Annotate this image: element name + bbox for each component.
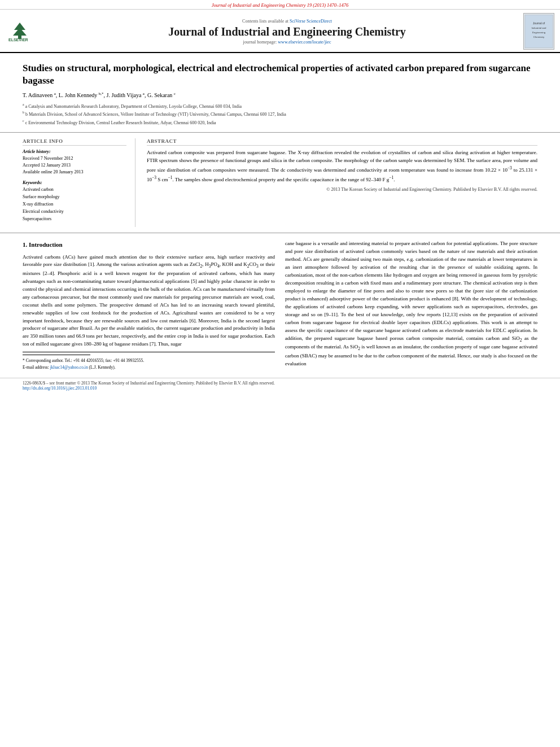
abstract-title: ABSTRACT xyxy=(147,138,537,146)
received-date: Received 7 November 2012 xyxy=(23,155,126,162)
doi-link[interactable]: http://dx.doi.org/10.1016/j.jiec.2013.01… xyxy=(23,386,97,391)
body-left-column: 1. Introduction Activated carbons (ACs) … xyxy=(23,240,275,371)
keyword-1: Activated carbon xyxy=(23,186,126,194)
abstract-text: Activated carbon composite was prepared … xyxy=(147,149,537,184)
top-banner: Journal of Industrial and Engineering Ch… xyxy=(0,0,560,10)
email-note: E-mail address: jklsac14@yahoo.co.in (L.… xyxy=(23,364,275,371)
journal-thumbnail: Journal of Industrial and Engineering Ch… xyxy=(523,13,554,50)
keyword-4: Electrical conductivity xyxy=(23,208,126,216)
article-title: Studies on structural, morphological, el… xyxy=(23,62,537,87)
article-title-section: Studies on structural, morphological, el… xyxy=(0,53,560,133)
journal-title: Journal of Industrial and Engineering Ch… xyxy=(56,25,518,38)
email-link[interactable]: jklsac14@yahoo.co.in xyxy=(50,365,88,370)
keywords-list: Activated carbon Surface morphology X-ra… xyxy=(23,186,126,222)
issn-line: 1226-086X/$ – see front matter © 2013 Th… xyxy=(23,381,537,386)
affiliations: a a Catalysis and Nanomaterials Research… xyxy=(23,102,537,126)
keyword-5: Supercapacitors xyxy=(23,216,126,223)
introduction-text-right: cane bagasse is a versatile and interest… xyxy=(285,240,537,368)
homepage-url[interactable]: www.elsevier.com/locate/jiec xyxy=(278,40,331,45)
doi-line: http://dx.doi.org/10.1016/j.jiec.2013.01… xyxy=(23,386,537,391)
copyright-line: © 2013 The Korean Society of Industrial … xyxy=(147,186,537,193)
available-date: Available online 20 January 2013 xyxy=(23,169,126,176)
introduction-text-left: Activated carbons (ACs) have gained much… xyxy=(23,254,275,349)
corresponding-author-note: * Corresponding author. Tel.: +91 44 420… xyxy=(23,357,275,364)
article-history: Article history: Received 7 November 201… xyxy=(23,149,126,176)
contents-line: Contents lists available at SciVerse Sci… xyxy=(56,19,518,24)
info-abstract-section: ARTICLE INFO Article history: Received 7… xyxy=(0,133,560,233)
journal-homepage: journal homepage: www.elsevier.com/locat… xyxy=(56,40,518,45)
introduction-heading: 1. Introduction xyxy=(23,240,275,250)
journal-reference: Journal of Industrial and Engineering Ch… xyxy=(212,2,349,8)
article-info-column: ARTICLE INFO Article history: Received 7… xyxy=(23,138,135,227)
footnote-divider xyxy=(23,355,90,355)
svg-text:ELSEVIER: ELSEVIER xyxy=(8,38,28,42)
keywords-section: Keywords: Activated carbon Surface morph… xyxy=(23,180,126,222)
elsevier-logo: ELSEVIER xyxy=(6,20,51,43)
svg-text:Journal of: Journal of xyxy=(533,22,545,25)
main-body: 1. Introduction Activated carbons (ACs) … xyxy=(0,233,560,378)
accepted-date: Accepted 12 January 2013 xyxy=(23,162,126,169)
abstract-column: ABSTRACT Activated carbon composite was … xyxy=(147,138,537,227)
keyword-2: Surface morphology xyxy=(23,194,126,201)
sciverse-link[interactable]: SciVerse ScienceDirect xyxy=(290,19,332,24)
header-area: ELSEVIER Contents lists available at Sci… xyxy=(0,10,560,53)
article-info-title: ARTICLE INFO xyxy=(23,138,126,146)
svg-text:Engineering: Engineering xyxy=(532,31,546,34)
svg-text:Industrial and: Industrial and xyxy=(532,27,547,29)
svg-text:Chemistry: Chemistry xyxy=(533,36,545,38)
history-label: Article history: xyxy=(23,149,126,154)
keyword-3: X-ray diffraction xyxy=(23,201,126,208)
body-right-column: cane bagasse is a versatile and interest… xyxy=(285,240,537,371)
keywords-label: Keywords: xyxy=(23,180,126,185)
header-center: Contents lists available at SciVerse Sci… xyxy=(56,19,518,45)
bottom-bar: 1226-086X/$ – see front matter © 2013 Th… xyxy=(0,378,560,393)
footnote-section: * Corresponding author. Tel.: +91 44 420… xyxy=(23,352,275,371)
authors: T. Adinaveen a, L. John Kennedy b,*, J. … xyxy=(23,91,537,98)
